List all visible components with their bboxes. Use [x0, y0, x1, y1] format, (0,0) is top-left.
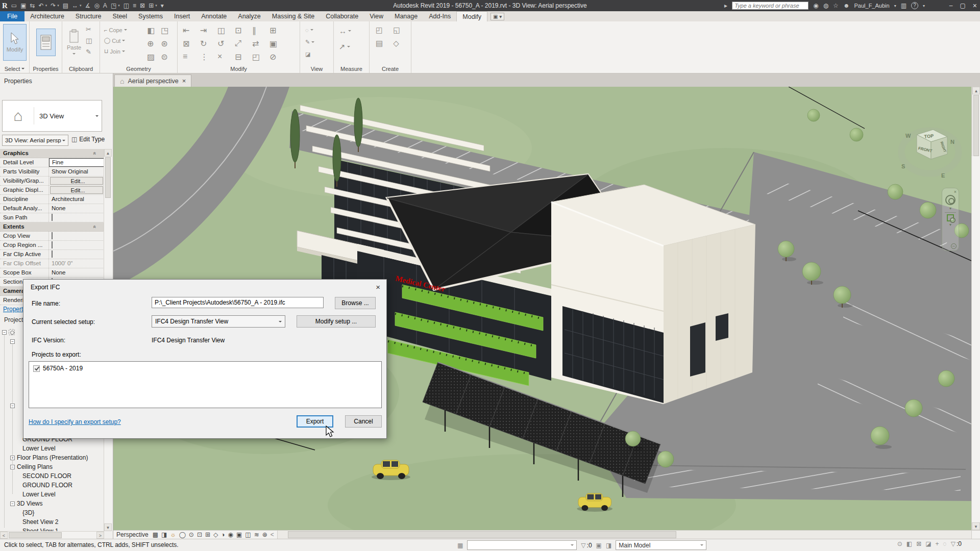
tree-group-floor-plans-presentation[interactable]: +Floor Plans (Presentation)	[10, 453, 88, 462]
help-icon[interactable]: ?	[911, 2, 918, 9]
switch-windows-dropdown-icon[interactable]: ▾	[155, 4, 157, 8]
communication-center-icon[interactable]: ◍	[823, 2, 828, 9]
beam-joins-icon[interactable]: ⊕	[147, 39, 155, 48]
tree-item-lower-level[interactable]: Lower Level	[22, 490, 56, 499]
select-links-icon[interactable]: ⊙	[897, 540, 902, 547]
tab-collaborate[interactable]: Collaborate	[320, 11, 364, 21]
undo-dropdown-icon[interactable]: ▾	[45, 4, 47, 8]
infocenter-expand-icon[interactable]: ▸	[724, 2, 727, 9]
temporary-view-properties-icon[interactable]: ◫	[245, 531, 251, 538]
match-type-icon[interactable]: ✎	[86, 48, 92, 56]
viewcube-south[interactable]: S	[901, 163, 905, 169]
switch-windows-icon[interactable]: ⊞	[149, 0, 154, 11]
zoom-region-icon[interactable]	[947, 214, 954, 221]
design-option-select[interactable]: Main Model	[616, 540, 706, 550]
tab-insert[interactable]: Insert	[168, 11, 195, 21]
worksharing-display-icon[interactable]: ▣	[236, 531, 242, 538]
sun-path-checkbox[interactable]	[52, 214, 53, 221]
zoom-dropdown-icon[interactable]: ▾	[949, 222, 951, 227]
text-icon[interactable]: A	[103, 0, 107, 11]
view-h-scrollbar[interactable]	[277, 531, 971, 539]
instance-selector[interactable]: 3D View: Aerial persp	[2, 135, 68, 146]
tab-architecture[interactable]: Architecture	[24, 11, 70, 21]
tab-modify[interactable]: Modify	[456, 11, 487, 21]
modify-tool-button[interactable]: Modify	[3, 24, 27, 61]
unpin-icon[interactable]: ≡	[183, 52, 191, 62]
setup-select[interactable]: IFC4 Design Transfer View	[152, 315, 285, 328]
tree-group-3d-views[interactable]: −3D Views	[10, 499, 42, 508]
temporary-hide-isolate-icon[interactable]: ◑	[221, 531, 225, 538]
split-with-gap-icon[interactable]: ⊟	[235, 52, 243, 62]
rendering-dialog-icon[interactable]: ◨	[161, 531, 167, 538]
hide-analytical-model-icon[interactable]: ≋	[254, 531, 259, 538]
move-icon[interactable]: ⊠	[183, 39, 191, 48]
type-selector[interactable]: ⌂ 3D View	[2, 100, 102, 132]
design-options-icon[interactable]: ◨	[606, 542, 611, 549]
revit-logo-icon[interactable]: R	[2, 0, 8, 11]
open-icon[interactable]: ▭	[11, 0, 17, 11]
tree-item-sheet-view-2[interactable]: Sheet View 2	[22, 517, 59, 527]
export-setup-help-link[interactable]: How do I specify an export setup?	[29, 418, 121, 425]
selection-filter-icon[interactable]: ▽	[951, 540, 955, 547]
user-avatar-icon[interactable]: ☻	[843, 2, 850, 9]
viewcube-east[interactable]: E	[941, 172, 945, 179]
copy-icon[interactable]: ⇄	[252, 39, 260, 48]
lock-3d-view-icon[interactable]: ◇	[213, 531, 218, 538]
crop-view-checkbox[interactable]	[52, 232, 53, 239]
navbar-collapse-icon[interactable]: −	[951, 243, 957, 249]
type-selector-dropdown-icon[interactable]	[95, 115, 99, 118]
split-face-icon[interactable]: ⊛	[161, 39, 168, 48]
view-v-scrollbar[interactable]: ▲ ▼	[971, 87, 980, 530]
override-graphics-button[interactable]: ✎	[305, 38, 314, 46]
panel-select-label[interactable]: Select	[0, 66, 29, 72]
prop-row-crop-region[interactable]: Crop Region ...	[0, 241, 104, 250]
default-3d-view-icon[interactable]: ◳	[111, 0, 116, 11]
tab-annotate[interactable]: Annotate	[195, 11, 232, 21]
mirror-axis-icon[interactable]: ◫	[217, 26, 226, 35]
split-icon[interactable]: ∥	[252, 26, 260, 35]
crop-region-checkbox[interactable]	[52, 241, 53, 248]
tab-manage[interactable]: Manage	[389, 11, 423, 21]
measure-icon[interactable]: ↔	[72, 0, 78, 11]
help-dropdown-icon[interactable]: ▾	[923, 4, 925, 8]
scale-perspective-label[interactable]: Perspective	[116, 531, 149, 538]
prop-row-discipline[interactable]: DisciplineArchitectural	[0, 195, 104, 204]
create-group-icon[interactable]: ◰	[376, 26, 383, 35]
cut-geometry-button[interactable]: ◯Cut	[104, 36, 127, 45]
export-button[interactable]: Export	[297, 415, 333, 428]
create-parts-icon[interactable]: ◇	[393, 39, 400, 48]
reveal-constraints-icon[interactable]: ⊕	[262, 531, 267, 538]
cancel-button[interactable]: Cancel	[345, 415, 382, 428]
align-icon[interactable]: ⇤	[183, 26, 191, 35]
prop-row-default-analysis[interactable]: Default Analy...None	[0, 204, 104, 213]
search-icon[interactable]: ◉	[813, 2, 818, 9]
view-tab-close-icon[interactable]: ×	[182, 77, 186, 85]
section-icon[interactable]: ◫	[124, 0, 129, 11]
tag-by-category-icon[interactable]: ◎	[94, 0, 99, 11]
tab-steel[interactable]: Steel	[107, 11, 133, 21]
thin-lines-icon[interactable]: ≡	[133, 0, 136, 11]
viewcube-north[interactable]: N	[950, 139, 954, 145]
delete-icon[interactable]: ×	[217, 52, 226, 62]
viewcube-west[interactable]: W	[905, 133, 911, 139]
tree-item-3d[interactable]: {3D}	[22, 508, 34, 517]
prop-row-visibility-graphics[interactable]: Visibility/Grap...Edit...	[0, 177, 104, 186]
signed-in-user[interactable]: Paul_F_Aubin	[854, 3, 890, 9]
sync-with-central-icon[interactable]: ⇆	[30, 0, 35, 11]
background-process-icon[interactable]: ◌	[943, 540, 947, 547]
projects-list[interactable]: 56750A - 2019	[29, 361, 382, 408]
paste-button[interactable]: Paste	[65, 24, 83, 60]
restore-button[interactable]: ▢	[960, 2, 965, 9]
view-tab-aerial-perspective[interactable]: ⌂ Aerial perspective ×	[114, 74, 191, 87]
tab-view[interactable]: View	[364, 11, 389, 21]
section-graphics[interactable]: Graphics«	[0, 149, 104, 158]
tab-massing-site[interactable]: Massing & Site	[266, 11, 320, 21]
prop-row-sun-path[interactable]: Sun Path	[0, 213, 104, 222]
drag-on-selection-icon[interactable]: +	[936, 540, 939, 547]
app-store-cart-icon[interactable]: ▥	[901, 2, 906, 9]
dialog-close-icon[interactable]: ×	[376, 283, 380, 291]
tree-root-node[interactable]: −	[2, 328, 17, 337]
scale-icon[interactable]: ⤢	[235, 39, 243, 48]
reveal-hidden-elements-icon[interactable]: ◉	[228, 531, 233, 538]
far-clip-checkbox[interactable]	[52, 251, 53, 258]
